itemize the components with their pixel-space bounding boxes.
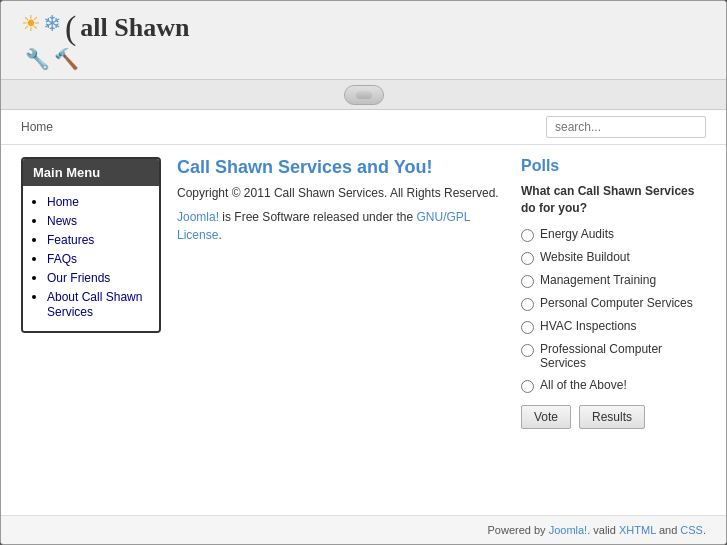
poll-radio-website[interactable] — [521, 252, 534, 265]
footer: Powered by Joomla!. valid XHTML and CSS. — [1, 515, 726, 544]
breadcrumb-bar: Home — [1, 110, 726, 145]
poll-option-pc: Personal Computer Services — [521, 296, 706, 311]
results-button[interactable]: Results — [579, 405, 645, 429]
poll-radio-pc[interactable] — [521, 298, 534, 311]
poll-label-energy: Energy Audits — [540, 227, 614, 241]
sun-icon: ☀ — [21, 11, 41, 37]
vote-button[interactable]: Vote — [521, 405, 571, 429]
logo-text: all Shawn — [80, 13, 189, 43]
poll-radio-professional[interactable] — [521, 344, 534, 357]
list-item: Features — [47, 232, 149, 247]
sidebar-menu-items: Home News Features FAQs Our Friends Abou… — [23, 186, 159, 331]
sidebar-item-home[interactable]: Home — [47, 195, 79, 209]
breadcrumb: Home — [21, 120, 53, 134]
poll-label-website: Website Buildout — [540, 250, 630, 264]
joomla-info: Joomla! is Free Software released under … — [177, 208, 505, 244]
list-item: About Call Shawn Services — [47, 289, 149, 319]
poll-buttons: Vote Results — [521, 405, 706, 429]
license-period: . — [218, 228, 221, 242]
slider-handle-inner — [356, 91, 372, 99]
joomla-link[interactable]: Joomla! — [177, 210, 219, 224]
logo-area: ☀ ❄ ( all Shawn 🔧 🔨 — [21, 11, 189, 71]
footer-xhtml-link[interactable]: XHTML — [619, 524, 656, 536]
sidebar-item-our-friends[interactable]: Our Friends — [47, 271, 110, 285]
slider-handle[interactable] — [344, 85, 384, 105]
polls-sidebar: Polls What can Call Shawn Services do fo… — [521, 157, 706, 503]
sidebar-menu: Main Menu Home News Features FAQs Our Fr… — [21, 157, 161, 333]
sidebar-item-features[interactable]: Features — [47, 233, 94, 247]
page-title: Call Shawn Services and You! — [177, 157, 505, 178]
footer-and-text: and — [656, 524, 680, 536]
footer-valid-text: . valid — [587, 524, 619, 536]
poll-radio-energy[interactable] — [521, 229, 534, 242]
sidebar-item-faqs[interactable]: FAQs — [47, 252, 77, 266]
poll-label-management: Management Training — [540, 273, 656, 287]
tools-icon: 🔨 — [54, 47, 79, 71]
sidebar-item-about[interactable]: About Call Shawn Services — [47, 290, 142, 319]
poll-label-hvac: HVAC Inspections — [540, 319, 637, 333]
joomla-text: is Free Software released under the — [219, 210, 416, 224]
slider-bar — [1, 80, 726, 110]
sidebar-menu-title: Main Menu — [23, 159, 159, 186]
poll-label-all: All of the Above! — [540, 378, 627, 392]
app-window: ☀ ❄ ( all Shawn 🔧 🔨 Home — [0, 0, 727, 545]
faucet-icon: 🔧 — [25, 47, 50, 71]
list-item: News — [47, 213, 149, 228]
search-input[interactable] — [546, 116, 706, 138]
sidebar-item-news[interactable]: News — [47, 214, 77, 228]
logo-icons-row: 🔧 🔨 — [21, 47, 189, 71]
footer-css-link[interactable]: CSS — [680, 524, 703, 536]
list-item: FAQs — [47, 251, 149, 266]
list-item: Home — [47, 194, 149, 209]
list-item: Our Friends — [47, 270, 149, 285]
poll-option-all: All of the Above! — [521, 378, 706, 393]
logo-c: ( — [65, 11, 76, 45]
header: ☀ ❄ ( all Shawn 🔧 🔨 — [1, 1, 726, 80]
center-content: Call Shawn Services and You! Copyright ©… — [177, 157, 521, 503]
poll-radio-management[interactable] — [521, 275, 534, 288]
footer-period: . — [703, 524, 706, 536]
poll-option-professional: Professional Computer Services — [521, 342, 706, 370]
footer-joomla-link[interactable]: Joomla! — [549, 524, 588, 536]
snow-icon: ❄ — [43, 11, 61, 37]
poll-option-management: Management Training — [521, 273, 706, 288]
main-content: Main Menu Home News Features FAQs Our Fr… — [1, 145, 726, 515]
poll-label-professional: Professional Computer Services — [540, 342, 706, 370]
sidebar: Main Menu Home News Features FAQs Our Fr… — [21, 157, 161, 503]
header-top: ☀ ❄ ( all Shawn 🔧 🔨 — [21, 11, 706, 79]
copyright-text: Copyright © 2011 Call Shawn Services. Al… — [177, 186, 505, 200]
poll-radio-hvac[interactable] — [521, 321, 534, 334]
poll-radio-all[interactable] — [521, 380, 534, 393]
footer-powered-by: Powered by — [487, 524, 548, 536]
poll-option-website: Website Buildout — [521, 250, 706, 265]
polls-title: Polls — [521, 157, 706, 175]
poll-option-energy: Energy Audits — [521, 227, 706, 242]
poll-label-pc: Personal Computer Services — [540, 296, 693, 310]
poll-option-hvac: HVAC Inspections — [521, 319, 706, 334]
polls-question: What can Call Shawn Services do for you? — [521, 183, 706, 217]
logo-title-row: ☀ ❄ ( all Shawn — [21, 11, 189, 45]
